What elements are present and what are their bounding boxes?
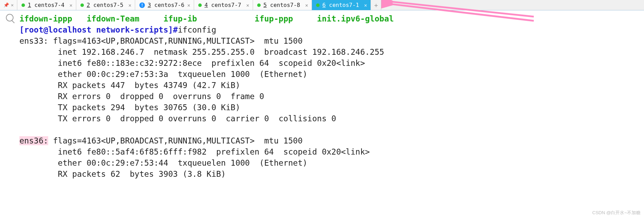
pin-icon: 📌 <box>3 2 9 8</box>
iface-line: inet6 fe80::5af4:6f85:6fff:f982 prefixle… <box>58 147 370 156</box>
close-icon[interactable]: ✕ <box>70 2 72 8</box>
iface-line: ether 00:0c:29:e7:53:3a txqueuelen 1000 … <box>58 70 307 79</box>
iface-line: TX errors 0 dropped 0 overruns 0 carrier… <box>58 114 336 123</box>
ls-entry: ifup-ib <box>163 14 197 23</box>
tab-label: 3 centos7-6 <box>148 2 185 8</box>
close-icon[interactable]: ✕ <box>11 2 14 8</box>
iface-line: TX packets 294 bytes 30765 (30.0 KiB) <box>58 103 240 112</box>
tab-label: 4 centos7-7 <box>204 2 244 8</box>
new-tab-button[interactable]: ＋ <box>371 0 381 10</box>
tab-label: 2 centos7-5 <box>87 2 126 8</box>
gutter <box>0 10 19 218</box>
iface-line: RX errors 0 dropped 0 overruns 0 frame 0 <box>58 92 264 101</box>
status-dot-icon <box>198 3 202 7</box>
shell-prompt: [root@localhost network-scripts]# <box>19 25 178 34</box>
iface-line: inet6 fe80::183e:c32:9272:8ece prefixlen… <box>58 59 365 68</box>
close-icon[interactable]: ✕ <box>129 2 131 8</box>
tab-dropdown-icon[interactable]: ▾ <box>381 0 390 10</box>
tab-centos7-7[interactable]: 4 centos7-7 ✕ <box>194 0 253 10</box>
status-dot-icon <box>21 3 25 7</box>
tab-label: 6 centos7-1 <box>322 2 362 8</box>
iface-line: RX packets 62 bytes 3903 (3.8 KiB) <box>58 169 226 178</box>
tab-centos7-6[interactable]: ! 3 centos7-6 ✕ <box>135 0 194 10</box>
terminal-output[interactable]: ifdown-ippp ifdown-Team ifup-ib ifup-ppp… <box>19 10 644 218</box>
iface-line: RX packets 447 bytes 43749 (42.7 KiB) <box>58 81 240 90</box>
status-dot-icon <box>316 3 320 7</box>
tab-label: 5 centos7-8 <box>263 2 303 8</box>
iface-line: ether 00:0c:29:e7:53:44 txqueuelen 1000 … <box>58 158 307 167</box>
close-icon[interactable]: ✕ <box>364 2 367 8</box>
iface-name-highlighted: ens36: <box>19 136 48 145</box>
info-dot-icon: ! <box>139 2 145 8</box>
close-icon[interactable]: ✕ <box>246 2 249 8</box>
iface-line: flags=4163<UP,BROADCAST,RUNNING,MULTICAS… <box>53 36 303 45</box>
tab-bar: 📌 ✕ 1 centos7-4 ✕ 2 centos7-5 ✕ ! 3 cent… <box>0 0 644 10</box>
tab-centos7-4[interactable]: 1 centos7-4 ✕ <box>17 0 76 10</box>
iface-name: ens33: <box>19 36 48 45</box>
tab-centos7-5[interactable]: 2 centos7-5 ✕ <box>76 0 135 10</box>
tab-centos7-8[interactable]: 5 centos7-8 ✕ <box>253 0 312 10</box>
watermark: CSDN @白开水~不加糖 <box>592 210 641 216</box>
tab-centos7-1[interactable]: 6 centos7-1 ✕ <box>312 0 371 10</box>
status-dot-icon <box>80 3 84 7</box>
status-dot-icon <box>257 3 261 7</box>
ls-entry: ifdown-ippp <box>19 14 72 23</box>
search-icon[interactable] <box>6 14 14 21</box>
close-icon[interactable]: ✕ <box>305 2 308 8</box>
command-text: ifconfig <box>178 25 216 34</box>
ls-entry: ifdown-Team <box>87 14 139 23</box>
pin-tab[interactable]: 📌 ✕ <box>0 0 17 10</box>
iface-line: flags=4163<UP,BROADCAST,RUNNING,MULTICAS… <box>53 136 303 145</box>
ls-entry: init.ipv6-global <box>317 14 394 23</box>
iface-line: inet 192.168.246.7 netmask 255.255.255.0… <box>58 47 384 56</box>
tab-label: 1 centos7-4 <box>28 2 67 8</box>
terminal-area: ifdown-ippp ifdown-Team ifup-ib ifup-ppp… <box>0 10 644 218</box>
close-icon[interactable]: ✕ <box>188 2 190 8</box>
ls-entry: ifup-ppp <box>255 14 293 23</box>
